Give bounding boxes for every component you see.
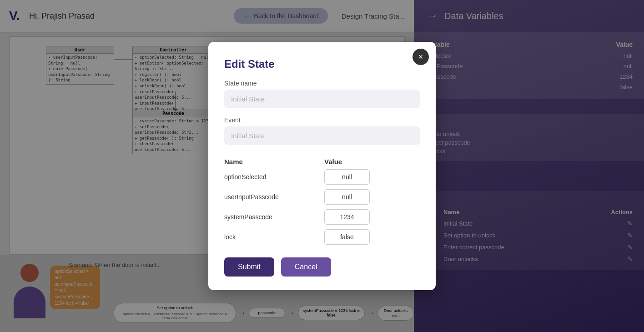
modal-data-row: systemPasscode <box>224 209 420 225</box>
field-value-input[interactable] <box>324 229 370 245</box>
modal-title: Edit State <box>224 58 420 70</box>
field-value-input[interactable] <box>324 209 370 225</box>
state-name-input[interactable] <box>224 90 420 108</box>
modal-columns-header: Name Value <box>224 158 420 166</box>
edit-state-modal: Edit State × State name Event Name Value… <box>208 42 436 290</box>
modal-data-row: optionSelected <box>224 169 420 185</box>
modal-data-row: lock <box>224 229 420 245</box>
col-value-header: Value <box>324 158 342 166</box>
field-name: systemPasscode <box>224 213 315 221</box>
event-label: Event <box>224 116 420 124</box>
field-name: userInputPasscode <box>224 193 315 201</box>
submit-button[interactable]: Submit <box>224 257 274 277</box>
field-value-input[interactable] <box>324 169 370 185</box>
field-name: lock <box>224 233 315 241</box>
event-input[interactable] <box>224 126 420 145</box>
modal-data-rows: optionSelected userInputPasscode systemP… <box>224 169 420 245</box>
field-value-input[interactable] <box>324 189 370 205</box>
modal-data-row: userInputPasscode <box>224 189 420 205</box>
modal-close-button[interactable]: × <box>413 49 429 65</box>
cancel-button[interactable]: Cancel <box>281 257 331 277</box>
field-name: optionSelected <box>224 173 315 181</box>
col-name-header: Name <box>224 158 315 166</box>
state-name-label: State name <box>224 80 420 87</box>
modal-actions: Submit Cancel <box>224 257 420 277</box>
